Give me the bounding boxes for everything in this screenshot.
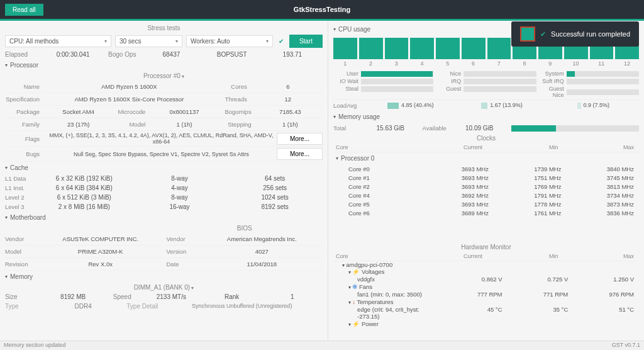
table-row: Core #13693 MHz1751 MHz3745 MHz [333, 173, 639, 182]
titlebar: Read all GtkStressTesting [0, 0, 644, 19]
status-right: GST v0.7.1 [612, 342, 640, 349]
flags-more-button[interactable]: More... [277, 133, 323, 145]
cache-section-toggle[interactable]: Cache [5, 162, 323, 174]
table-row: Core #23693 MHz1769 MHz3813 MHz [333, 182, 639, 191]
statusbar: Memory section updated GST v0.7.1 [0, 341, 644, 350]
table-row: L1 Data6 x 32 KiB (192 KiB)8-way64 sets [5, 174, 323, 183]
table-row: Level 32 x 8 MiB (16 MiB)16-way8192 sets [5, 202, 323, 212]
cpu-core-bar: 1 [333, 38, 357, 59]
cpu-core-bar: 4 [410, 38, 434, 59]
bugs-more-button[interactable]: More... [277, 148, 323, 160]
hwmon-fans-toggle[interactable]: ❋ Fans [348, 283, 639, 290]
check-icon: ✔ [277, 38, 286, 45]
table-row: edge (crit: 94, crit_hyst: -273.15)45 °C… [348, 305, 639, 320]
hwmon-temps-toggle[interactable]: ↓ Temperatures [348, 298, 639, 305]
duration-dropdown[interactable]: 30 secs [115, 35, 182, 47]
notification-text: Successful run completed [551, 30, 630, 38]
cpu-core-bar: 5 [436, 38, 460, 59]
motherboard-section-toggle[interactable]: Motherboard [5, 212, 323, 223]
read-all-button[interactable]: Read all [5, 4, 43, 16]
table-row: vddgfx0.862 V0.725 V1.250 V [348, 275, 639, 283]
table-row: Core #03693 MHz1739 MHz3840 MHz [333, 164, 639, 173]
table-row: Core #53693 MHz1778 MHz3873 MHz [333, 200, 639, 208]
workers-dropdown[interactable]: Workers: Auto [186, 35, 273, 47]
check-icon: ✔ [540, 30, 546, 38]
cpu-core-bar: 6 [462, 38, 486, 59]
memory-section-toggle[interactable]: Memory [5, 271, 323, 283]
table-row: Core #43692 MHz1791 MHz3734 MHz [333, 191, 639, 200]
hwmon-voltages-toggle[interactable]: ⚡ Voltages [348, 268, 639, 275]
table-row: fan1 (min: 0, max: 3500)777 RPM771 RPM97… [348, 290, 639, 298]
table-row: L1 Inst.6 x 64 KiB (384 KiB)4-way256 set… [5, 183, 323, 193]
hwmon-power-toggle[interactable]: ⚡ Power [348, 320, 639, 327]
app-title: GtkStressTesting [294, 6, 350, 13]
dimm-picker[interactable]: DIMM_A1 (BANK 0) [5, 283, 323, 292]
stress-tests-title: Stress tests [5, 23, 323, 33]
processor-section-toggle[interactable]: Processor [5, 59, 323, 71]
cpu-core-bar: 2 [359, 38, 383, 59]
start-button[interactable]: Start [289, 35, 323, 48]
memory-usage-section-toggle[interactable]: Memory usage [333, 111, 639, 123]
memory-usage-bar [511, 125, 639, 132]
notification-toast: ✔ Successful run completed [511, 21, 639, 47]
cpu-method-dropdown[interactable]: CPU: All methods [5, 35, 111, 47]
app-icon [520, 26, 535, 42]
table-row: Core #63689 MHz1761 MHz3836 MHz [333, 208, 639, 217]
cpu-core-bar: 3 [385, 38, 409, 59]
cpu-core-bar: 7 [487, 38, 511, 59]
clocks-proc-toggle[interactable]: Processor 0 [333, 152, 639, 164]
processor-picker[interactable]: Processor #0 [5, 71, 323, 81]
hwmon-device-toggle[interactable]: amdgpu-pci-0700 [333, 261, 639, 268]
status-left: Memory section updated [4, 342, 66, 349]
table-row: Level 26 x 512 KiB (3 MiB)8-way1024 sets [5, 193, 323, 202]
